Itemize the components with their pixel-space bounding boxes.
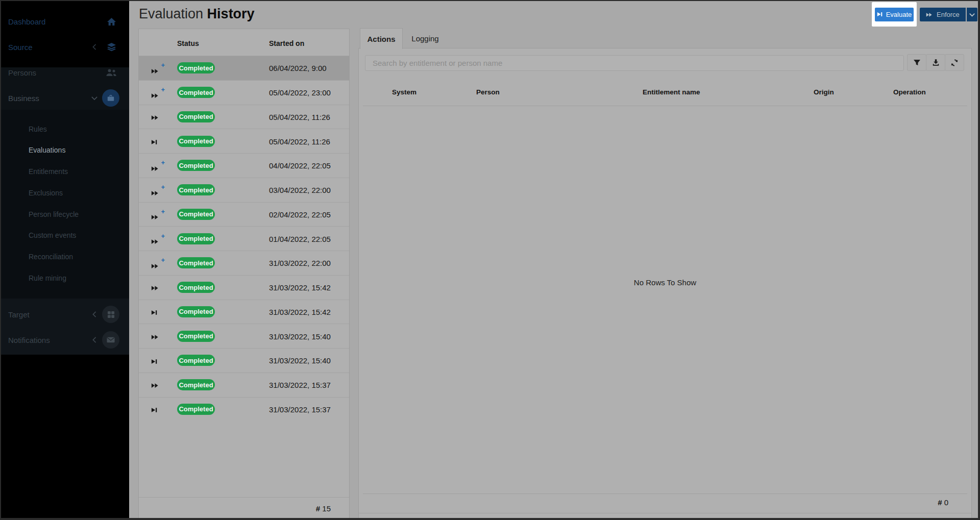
tour-spotlight: Evaluate bbox=[872, 2, 917, 27]
step-forward-icon bbox=[877, 12, 883, 17]
app-window: Dashboard Source Persons bbox=[0, 0, 980, 520]
evaluate-button[interactable]: Evaluate bbox=[875, 8, 914, 21]
tour-dim-overlay[interactable] bbox=[1, 1, 978, 518]
